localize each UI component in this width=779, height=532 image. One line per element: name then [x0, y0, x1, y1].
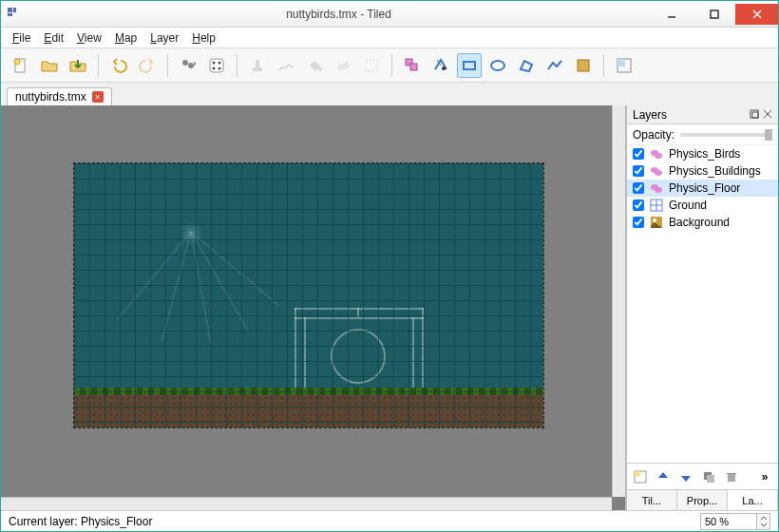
layer-visibility-checkbox[interactable] — [633, 200, 644, 211]
vertical-scrollbar[interactable] — [612, 105, 625, 497]
window-buttons — [650, 4, 778, 25]
move-layer-up-icon[interactable] — [654, 467, 673, 486]
resize-map-icon[interactable] — [612, 53, 636, 78]
app-icon — [7, 7, 22, 22]
close-panel-icon[interactable] — [763, 108, 772, 122]
move-layer-down-icon[interactable] — [676, 467, 695, 486]
map-viewport[interactable] — [1, 105, 626, 510]
layer-name: Background — [669, 216, 730, 229]
insert-rectangle-icon[interactable] — [457, 53, 482, 78]
layer-visibility-checkbox[interactable] — [633, 165, 644, 177]
document-tabbar: nuttybirds.tmx × — [1, 83, 778, 105]
separator — [603, 54, 604, 77]
horizontal-scrollbar[interactable] — [1, 497, 612, 510]
menu-layer[interactable]: Layer — [150, 31, 179, 45]
svg-rect-31 — [752, 112, 758, 118]
insert-ellipse-icon[interactable] — [485, 53, 510, 78]
edit-polygons-icon[interactable] — [428, 53, 453, 78]
minimize-button[interactable] — [650, 4, 693, 25]
tab-tilesets[interactable]: Til... — [627, 490, 677, 510]
tab-layers[interactable]: La... — [728, 490, 778, 510]
command-icon[interactable] — [176, 53, 200, 78]
new-file-icon[interactable] — [9, 53, 33, 78]
toolbar — [1, 48, 778, 83]
zoom-spinner[interactable] — [757, 513, 770, 530]
menu-file[interactable]: File — [12, 31, 30, 45]
insert-tile-icon[interactable] — [571, 53, 596, 78]
fill-icon[interactable] — [302, 53, 327, 78]
redo-icon[interactable] — [135, 53, 160, 78]
new-layer-icon[interactable] — [631, 467, 650, 486]
svg-rect-17 — [253, 67, 262, 71]
main-window: nuttybirds.tmx - Tiled File Edit View Ma… — [0, 0, 779, 532]
layer-row[interactable]: Physics_Birds — [627, 145, 778, 162]
svg-rect-18 — [256, 60, 259, 67]
delete-layer-icon[interactable] — [722, 467, 741, 486]
svg-rect-25 — [464, 62, 475, 69]
insert-polygon-icon[interactable] — [514, 53, 539, 78]
open-file-icon[interactable] — [37, 53, 62, 78]
layer-visibility-checkbox[interactable] — [633, 217, 644, 228]
close-button[interactable] — [735, 4, 778, 25]
tab-label: nuttybirds.tmx — [15, 90, 86, 104]
titlebar: nuttybirds.tmx - Tiled — [1, 1, 778, 28]
layer-row[interactable]: Physics_Buildings — [627, 162, 778, 180]
zoom-input[interactable] — [700, 513, 757, 530]
svg-point-24 — [442, 66, 446, 70]
svg-point-10 — [182, 60, 188, 66]
status-current-layer: Current layer: Physics_Floor — [9, 515, 152, 528]
svg-point-14 — [218, 61, 221, 64]
layer-type-icon — [650, 216, 663, 229]
layer-row[interactable]: Ground — [627, 197, 778, 214]
canvas[interactable] — [1, 105, 625, 510]
menu-edit[interactable]: Edit — [44, 31, 64, 45]
more-icon[interactable]: » — [755, 467, 774, 486]
svg-rect-1 — [13, 8, 16, 12]
svg-point-46 — [635, 471, 640, 477]
rect-select-icon[interactable] — [359, 53, 384, 78]
menubar: File Edit View Map Layer Help — [1, 28, 778, 48]
svg-rect-48 — [707, 475, 714, 483]
layers-title: Layers — [633, 108, 667, 122]
layers-list: Physics_BirdsPhysics_BuildingsPhysics_Fl… — [627, 145, 778, 463]
layer-visibility-checkbox[interactable] — [633, 148, 644, 160]
separator — [391, 54, 392, 77]
menu-help[interactable]: Help — [192, 31, 216, 45]
layer-type-icon — [650, 199, 663, 212]
svg-rect-27 — [578, 60, 589, 71]
select-objects-icon[interactable] — [400, 53, 425, 78]
svg-point-19 — [318, 67, 322, 71]
close-tab-icon[interactable]: × — [92, 91, 104, 103]
slider-thumb[interactable] — [765, 129, 772, 141]
random-icon[interactable] — [204, 53, 229, 78]
layer-row[interactable]: Physics_Floor — [627, 180, 778, 197]
terrain-icon[interactable] — [274, 53, 298, 78]
layer-type-icon — [650, 164, 663, 178]
layer-name: Physics_Buildings — [669, 164, 761, 178]
eraser-icon[interactable] — [331, 53, 355, 78]
map-area[interactable] — [73, 162, 544, 428]
svg-point-35 — [655, 153, 662, 159]
layer-visibility-checkbox[interactable] — [633, 182, 644, 194]
opacity-label: Opacity: — [633, 128, 674, 142]
undock-icon[interactable] — [750, 108, 759, 122]
right-sidebar: Layers Opacity: Physics_BirdsPhysics_Bui… — [626, 105, 778, 510]
svg-rect-23 — [410, 64, 417, 70]
svg-rect-4 — [711, 10, 718, 18]
layer-row[interactable]: Background — [627, 214, 778, 231]
tab-properties[interactable]: Prop... — [677, 490, 728, 510]
layer-name: Physics_Floor — [669, 181, 740, 195]
menu-map[interactable]: Map — [115, 31, 137, 45]
maximize-button[interactable] — [693, 4, 735, 25]
document-tab[interactable]: nuttybirds.tmx × — [7, 87, 112, 105]
svg-point-9 — [14, 59, 20, 65]
layer-type-icon — [650, 147, 663, 161]
svg-point-39 — [655, 187, 662, 193]
save-file-icon[interactable] — [66, 53, 90, 78]
undo-icon[interactable] — [106, 53, 131, 78]
stamp-icon[interactable] — [245, 53, 270, 78]
insert-polyline-icon[interactable] — [542, 53, 567, 78]
duplicate-layer-icon[interactable] — [699, 467, 718, 486]
opacity-slider[interactable] — [680, 133, 772, 137]
menu-view[interactable]: View — [77, 31, 102, 45]
